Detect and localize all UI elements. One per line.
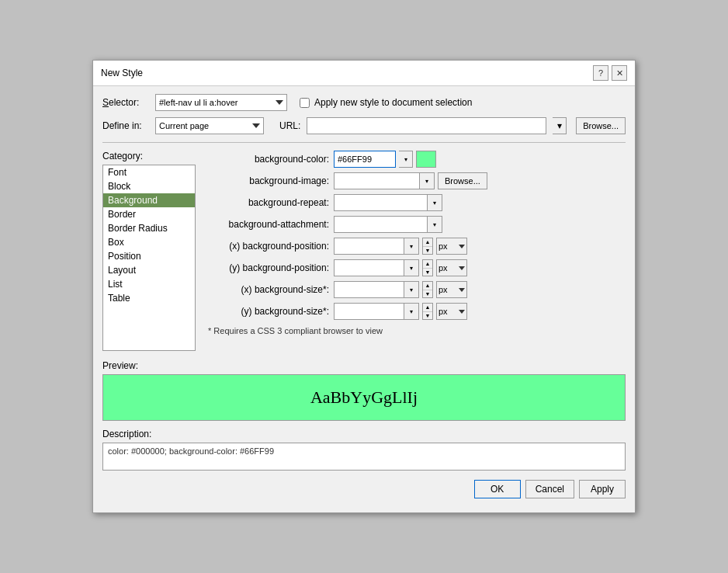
bg-pos-y-dropdown-arrow[interactable]: ▾ [404,259,419,276]
title-bar-buttons: ? ✕ [593,65,627,81]
main-area: Category: Font Block Background Border B… [102,151,626,351]
bg-repeat-input-wrapper: ▾ [334,194,442,211]
description-box: color: #000000; background-color: #66FF9… [102,443,626,471]
bg-attachment-label: background-attachment: [205,219,329,230]
apply-checkbox-row: Apply new style to document selection [300,97,626,108]
bg-image-row: background-image: ▾ Browse... [205,172,626,189]
category-item-table[interactable]: Table [103,291,195,305]
bg-pos-y-spinner-down[interactable]: ▼ [423,269,432,276]
bg-size-y-spinner-up[interactable]: ▲ [423,304,432,312]
bg-pos-y-spinner-up[interactable]: ▲ [423,260,432,269]
selector-dropdown[interactable]: #left-nav ul li a:hover [155,94,287,111]
bg-pos-x-row: (x) background-position: ▾ ▲ ▼ px [205,238,626,255]
bg-color-label: background-color: [205,154,329,165]
category-item-layout[interactable]: Layout [103,263,195,277]
bg-size-x-input-group: ▾ ▲ ▼ px [334,281,467,298]
bg-size-y-input[interactable] [334,303,404,320]
category-item-list[interactable]: List [103,277,195,291]
bg-image-input[interactable] [334,172,419,189]
category-item-background[interactable]: Background [103,193,195,207]
define-in-row: Define in: Current page URL: ▾ Browse... [102,117,626,134]
category-label: Category: [102,151,196,161]
bg-repeat-input[interactable] [334,194,427,211]
bg-attachment-input-wrapper: ▾ [334,216,442,233]
preview-label: Preview: [102,360,626,371]
bg-size-x-spinner-up[interactable]: ▲ [423,282,432,290]
bg-pos-x-spinner-down[interactable]: ▼ [423,247,432,255]
bg-color-row: background-color: ▾ [205,151,626,168]
define-in-label: Define in: [102,120,149,131]
bg-pos-y-spinner: ▲ ▼ [422,259,433,276]
preview-section: Preview: AaBbYyGgLlIj [102,360,626,421]
bg-color-input[interactable] [334,151,396,168]
apply-style-checkbox[interactable] [300,98,310,108]
bg-repeat-dropdown-arrow[interactable]: ▾ [427,194,442,211]
bg-size-y-spinner-down[interactable]: ▼ [423,312,432,320]
bg-size-x-row: (x) background-size*: ▾ ▲ ▼ px [205,281,626,298]
bg-size-y-row: (y) background-size*: ▾ ▲ ▼ px [205,303,626,320]
close-button[interactable]: ✕ [612,65,627,81]
description-text: color: #000000; background-color: #66FF9… [108,446,274,456]
new-style-dialog: New Style ? ✕ Selector: #left-nav ul li … [92,60,636,513]
bg-color-dropdown-arrow[interactable]: ▾ [399,151,413,168]
url-arrow-icon: ▾ [557,120,562,131]
apply-button[interactable]: Apply [579,480,626,498]
cancel-button[interactable]: Cancel [525,480,574,498]
bg-pos-x-unit-dropdown[interactable]: px [436,238,467,255]
url-browse-button[interactable]: Browse... [576,117,626,134]
bg-image-input-group: ▾ Browse... [334,172,487,189]
apply-style-label: Apply new style to document selection [314,97,472,108]
bg-size-y-dropdown-arrow[interactable]: ▾ [404,303,419,320]
bg-size-y-unit-dropdown[interactable]: px [436,303,467,320]
bg-image-label: background-image: [205,175,329,186]
category-item-border-radius[interactable]: Border Radius [103,221,195,235]
bg-pos-x-input[interactable] [334,238,404,255]
description-section: Description: color: #000000; background-… [102,429,626,471]
ok-button[interactable]: OK [474,480,521,498]
bg-pos-x-spinner: ▲ ▼ [422,238,433,255]
bg-size-x-label: (x) background-size*: [205,284,329,295]
bg-size-x-dropdown-arrow[interactable]: ▾ [404,281,419,298]
bg-pos-y-input[interactable] [334,259,404,276]
bg-size-x-input[interactable] [334,281,404,298]
bg-pos-y-input-wrapper: ▾ [334,259,419,276]
category-item-border[interactable]: Border [103,207,195,221]
category-item-block[interactable]: Block [103,179,195,193]
bg-pos-y-unit-dropdown[interactable]: px [436,259,467,276]
preview-box: AaBbYyGgLlIj [102,374,626,421]
help-button[interactable]: ? [593,65,608,81]
bg-pos-x-dropdown-arrow[interactable]: ▾ [404,238,419,255]
category-panel: Category: Font Block Background Border B… [102,151,196,351]
description-label: Description: [102,429,626,439]
bg-pos-x-spinner-up[interactable]: ▲ [423,238,432,247]
bg-size-x-unit-dropdown[interactable]: px [436,281,467,298]
bg-attachment-dropdown-arrow[interactable]: ▾ [427,216,442,233]
bg-attachment-input[interactable] [334,216,427,233]
category-item-position[interactable]: Position [103,249,195,263]
bg-image-dropdown-arrow[interactable]: ▾ [419,172,435,189]
category-item-font[interactable]: Font [103,165,195,179]
bg-size-y-input-group: ▾ ▲ ▼ px [334,303,467,320]
css3-note: * Requires a CSS 3 compliant browser to … [208,326,626,335]
bg-size-x-spinner-down[interactable]: ▼ [423,290,432,298]
preview-text: AaBbYyGgLlIj [310,387,418,408]
bg-size-y-spinner: ▲ ▼ [422,303,433,320]
title-bar: New Style ? ✕ [93,61,635,86]
url-dropdown-arrow[interactable]: ▾ [553,117,567,134]
divider [102,142,626,143]
bg-pos-y-input-group: ▾ ▲ ▼ px [334,259,467,276]
color-swatch[interactable] [416,151,436,168]
url-input[interactable] [307,117,546,134]
category-item-box[interactable]: Box [103,235,195,249]
bg-pos-x-input-wrapper: ▾ [334,238,419,255]
bg-repeat-row: background-repeat: ▾ [205,194,626,211]
bg-pos-x-label: (x) background-position: [205,241,329,252]
bg-attachment-row: background-attachment: ▾ [205,216,626,233]
properties-panel: background-color: ▾ background-image: ▾ [205,151,626,351]
bg-image-input-wrapper: ▾ [334,172,435,189]
define-in-dropdown[interactable]: Current page [155,117,264,134]
bg-pos-y-row: (y) background-position: ▾ ▲ ▼ px [205,259,626,276]
bg-pos-x-input-group: ▾ ▲ ▼ px [334,238,467,255]
bg-image-browse-button[interactable]: Browse... [438,172,487,189]
dialog-title: New Style [101,68,143,78]
